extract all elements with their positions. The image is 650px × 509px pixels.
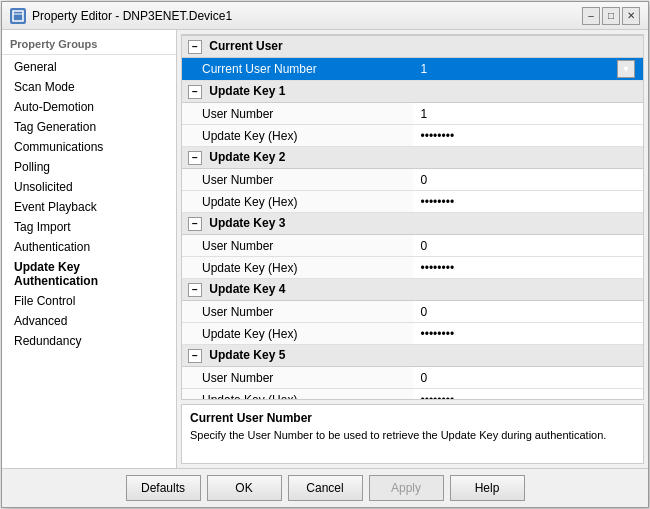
toggle-update-key-5[interactable]: − [188,349,202,363]
row-uk4-hex[interactable]: Update Key (Hex) •••••••• [182,323,643,345]
sidebar-item-tag-generation[interactable]: Tag Generation [2,117,176,137]
sidebar-item-advanced[interactable]: Advanced [2,311,176,331]
sidebar-item-update-key-auth[interactable]: Update Key Authentication [2,257,176,291]
value-uk1-user-number[interactable]: 1 [413,103,644,125]
value-current-user-number[interactable]: 1 ▼ [413,58,644,81]
section-update-key-2[interactable]: − Update Key 2 [182,147,643,169]
sidebar-item-redundancy[interactable]: Redundancy [2,331,176,351]
value-uk4-hex[interactable]: •••••••• [413,323,644,345]
properties-table: − Current User Current User Number 1 ▼ [182,35,643,400]
sidebar-item-event-playback[interactable]: Event Playback [2,197,176,217]
row-uk3-user-number[interactable]: User Number 0 [182,235,643,257]
ok-button[interactable]: OK [207,475,282,501]
content-area: Property Groups General Scan Mode Auto-D… [2,30,648,468]
sidebar-item-authentication[interactable]: Authentication [2,237,176,257]
toggle-update-key-3[interactable]: − [188,217,202,231]
title-buttons: – □ ✕ [582,7,640,25]
sidebar-item-auto-demotion[interactable]: Auto-Demotion [2,97,176,117]
toggle-update-key-1[interactable]: − [188,85,202,99]
row-uk2-hex[interactable]: Update Key (Hex) •••••••• [182,191,643,213]
section-update-key-1-label: Update Key 1 [209,84,285,98]
main-panel: − Current User Current User Number 1 ▼ [177,30,648,468]
row-uk3-hex[interactable]: Update Key (Hex) •••••••• [182,257,643,279]
value-uk5-user-number[interactable]: 0 [413,367,644,389]
section-update-key-3[interactable]: − Update Key 3 [182,213,643,235]
title-bar: Property Editor - DNP3ENET.Device1 – □ ✕ [2,2,648,30]
section-update-key-3-label: Update Key 3 [209,216,285,230]
defaults-button[interactable]: Defaults [126,475,201,501]
footer-buttons: Defaults OK Cancel Apply Help [2,468,648,507]
value-uk2-user-number[interactable]: 0 [413,169,644,191]
row-uk5-hex[interactable]: Update Key (Hex) •••••••• [182,389,643,401]
sidebar-item-polling[interactable]: Polling [2,157,176,177]
title-bar-left: Property Editor - DNP3ENET.Device1 [10,8,232,24]
toggle-update-key-2[interactable]: − [188,151,202,165]
label-uk2-hex: Update Key (Hex) [182,191,413,213]
label-uk4-user-number: User Number [182,301,413,323]
label-uk3-hex: Update Key (Hex) [182,257,413,279]
section-current-user-label: Current User [209,39,282,53]
value-uk5-hex[interactable]: •••••••• [413,389,644,401]
svg-rect-0 [13,11,23,21]
value-uk1-hex[interactable]: •••••••• [413,125,644,147]
row-uk2-user-number[interactable]: User Number 0 [182,169,643,191]
toggle-current-user[interactable]: − [188,40,202,54]
row-uk5-user-number[interactable]: User Number 0 [182,367,643,389]
label-uk2-user-number: User Number [182,169,413,191]
current-user-dropdown[interactable]: 1 ▼ [421,60,636,78]
row-uk1-hex[interactable]: Update Key (Hex) •••••••• [182,125,643,147]
section-update-key-4-label: Update Key 4 [209,282,285,296]
description-area: Current User Number Specify the User Num… [181,404,644,464]
help-button[interactable]: Help [450,475,525,501]
row-current-user-number[interactable]: Current User Number 1 ▼ [182,58,643,81]
label-uk1-hex: Update Key (Hex) [182,125,413,147]
description-title: Current User Number [190,411,635,425]
description-text: Specify the User Number to be used to re… [190,428,635,443]
window-icon [10,8,26,24]
dropdown-arrow-current-user[interactable]: ▼ [617,60,635,78]
row-uk4-user-number[interactable]: User Number 0 [182,301,643,323]
sidebar-header: Property Groups [2,34,176,55]
row-uk1-user-number[interactable]: User Number 1 [182,103,643,125]
sidebar: Property Groups General Scan Mode Auto-D… [2,30,177,468]
section-update-key-2-label: Update Key 2 [209,150,285,164]
section-update-key-5[interactable]: − Update Key 5 [182,345,643,367]
current-user-value: 1 [421,62,428,76]
sidebar-item-unsolicited[interactable]: Unsolicited [2,177,176,197]
section-update-key-1[interactable]: − Update Key 1 [182,81,643,103]
minimize-button[interactable]: – [582,7,600,25]
sidebar-item-file-control[interactable]: File Control [2,291,176,311]
sidebar-item-communications[interactable]: Communications [2,137,176,157]
section-update-key-4[interactable]: − Update Key 4 [182,279,643,301]
cancel-button[interactable]: Cancel [288,475,363,501]
label-uk1-user-number: User Number [182,103,413,125]
label-uk4-hex: Update Key (Hex) [182,323,413,345]
close-button[interactable]: ✕ [622,7,640,25]
section-current-user[interactable]: − Current User [182,36,643,58]
sidebar-item-scan-mode[interactable]: Scan Mode [2,77,176,97]
section-update-key-5-label: Update Key 5 [209,348,285,362]
value-uk2-hex[interactable]: •••••••• [413,191,644,213]
label-uk5-user-number: User Number [182,367,413,389]
window-title: Property Editor - DNP3ENET.Device1 [32,9,232,23]
property-editor-window: Property Editor - DNP3ENET.Device1 – □ ✕… [1,1,649,508]
maximize-button[interactable]: □ [602,7,620,25]
sidebar-item-tag-import[interactable]: Tag Import [2,217,176,237]
apply-button[interactable]: Apply [369,475,444,501]
label-uk5-hex: Update Key (Hex) [182,389,413,401]
value-uk3-user-number[interactable]: 0 [413,235,644,257]
properties-area: − Current User Current User Number 1 ▼ [181,34,644,400]
sidebar-item-general[interactable]: General [2,57,176,77]
label-current-user-number: Current User Number [182,58,413,81]
label-uk3-user-number: User Number [182,235,413,257]
toggle-update-key-4[interactable]: − [188,283,202,297]
value-uk4-user-number[interactable]: 0 [413,301,644,323]
value-uk3-hex[interactable]: •••••••• [413,257,644,279]
